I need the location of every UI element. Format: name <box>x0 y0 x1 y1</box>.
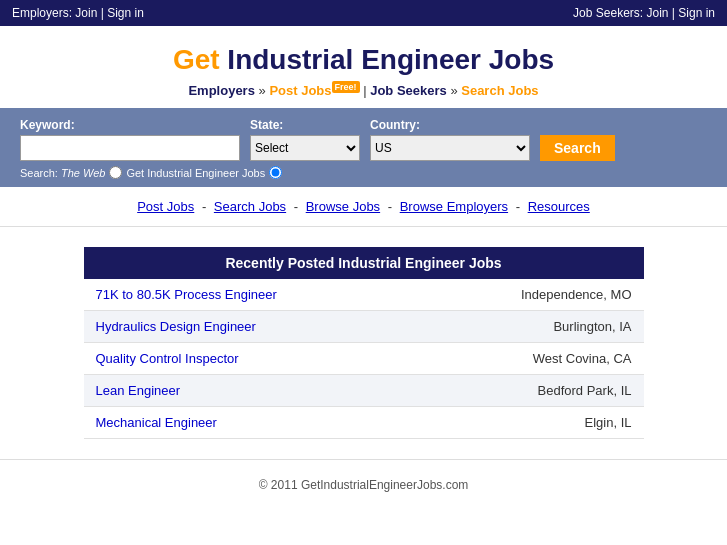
jobs-table-heading: Recently Posted Industrial Engineer Jobs <box>84 247 644 279</box>
job-title-link[interactable]: Mechanical Engineer <box>96 415 217 430</box>
keyword-input[interactable] <box>20 135 240 161</box>
job-title-cell: Mechanical Engineer <box>84 407 422 439</box>
site-footer: © 2011 GetIndustrialEngineerJobs.com <box>0 459 727 510</box>
state-label: State: <box>250 118 360 132</box>
job-location-cell: Burlington, IA <box>422 311 644 343</box>
top-bar: Employers: Join | Sign in Job Seekers: J… <box>0 0 727 26</box>
get-word: Get <box>173 44 220 75</box>
job-title-link[interactable]: 71K to 80.5K Process Engineer <box>96 287 277 302</box>
search-section: Keyword: State: Select Country: US Searc… <box>0 108 727 187</box>
search-web-radio[interactable] <box>109 166 122 179</box>
job-title-link[interactable]: Lean Engineer <box>96 383 181 398</box>
breadcrumb: Employers » Post JobsFree! | Job Seekers… <box>10 82 717 98</box>
employer-join-link[interactable]: Join <box>75 6 97 20</box>
country-select[interactable]: US <box>370 135 530 161</box>
job-title-cell: Lean Engineer <box>84 375 422 407</box>
job-title-cell: Hydraulics Design Engineer <box>84 311 422 343</box>
country-group: Country: US <box>370 118 530 161</box>
employers-link[interactable]: Employers <box>188 83 254 98</box>
nav-browse-jobs[interactable]: Browse Jobs <box>306 199 380 214</box>
employer-topbar-text: Employers: <box>12 6 75 20</box>
nav-resources[interactable]: Resources <box>528 199 590 214</box>
site-title: Get Industrial Engineer Jobs <box>10 44 717 76</box>
jobseeker-join-link[interactable]: Join <box>646 6 668 20</box>
state-group: State: Select <box>250 118 360 161</box>
job-seekers-link[interactable]: Job Seekers <box>370 83 447 98</box>
table-row: Hydraulics Design Engineer Burlington, I… <box>84 311 644 343</box>
jobseeker-topbar: Job Seekers: Join | Sign in <box>561 0 727 26</box>
table-row: Quality Control Inspector West Covina, C… <box>84 343 644 375</box>
site-header: Get Industrial Engineer Jobs Employers »… <box>0 26 727 108</box>
state-select[interactable]: Select <box>250 135 360 161</box>
job-title-link[interactable]: Hydraulics Design Engineer <box>96 319 256 334</box>
search-button[interactable]: Search <box>540 135 615 161</box>
post-jobs-link[interactable]: Post Jobs <box>269 83 331 98</box>
job-title-link[interactable]: Quality Control Inspector <box>96 351 239 366</box>
search-fields: Keyword: State: Select Country: US Searc… <box>20 118 707 161</box>
keyword-label: Keyword: <box>20 118 240 132</box>
nav-search-jobs[interactable]: Search Jobs <box>214 199 286 214</box>
jobs-section: Recently Posted Industrial Engineer Jobs… <box>84 247 644 439</box>
job-location-cell: Bedford Park, IL <box>422 375 644 407</box>
employer-signin-link[interactable]: Sign in <box>107 6 144 20</box>
search-site-radio[interactable] <box>269 166 282 179</box>
title-rest: Industrial Engineer Jobs <box>220 44 555 75</box>
table-row: 71K to 80.5K Process Engineer Independen… <box>84 279 644 311</box>
jobs-table: Recently Posted Industrial Engineer Jobs… <box>84 247 644 439</box>
employer-topbar: Employers: Join | Sign in <box>0 0 156 26</box>
nav-bar: Post Jobs - Search Jobs - Browse Jobs - … <box>0 187 727 227</box>
job-title-cell: Quality Control Inspector <box>84 343 422 375</box>
nav-post-jobs[interactable]: Post Jobs <box>137 199 194 214</box>
search-jobs-breadcrumb-link[interactable]: Search Jobs <box>461 83 538 98</box>
jobseeker-topbar-text: Job Seekers: <box>573 6 646 20</box>
sep1: » <box>259 83 270 98</box>
table-row: Lean Engineer Bedford Park, IL <box>84 375 644 407</box>
job-location-cell: Elgin, IL <box>422 407 644 439</box>
table-row: Mechanical Engineer Elgin, IL <box>84 407 644 439</box>
nav-browse-employers[interactable]: Browse Employers <box>400 199 508 214</box>
job-location-cell: Independence, MO <box>422 279 644 311</box>
search-type-row: Search: The Web Get Industrial Engineer … <box>20 166 707 179</box>
keyword-group: Keyword: <box>20 118 240 161</box>
jobseeker-signin-link[interactable]: Sign in <box>678 6 715 20</box>
sep3: » <box>450 83 461 98</box>
country-label: Country: <box>370 118 530 132</box>
job-title-cell: 71K to 80.5K Process Engineer <box>84 279 422 311</box>
job-location-cell: West Covina, CA <box>422 343 644 375</box>
free-badge: Free! <box>332 81 360 93</box>
footer-text: © 2011 GetIndustrialEngineerJobs.com <box>259 478 469 492</box>
